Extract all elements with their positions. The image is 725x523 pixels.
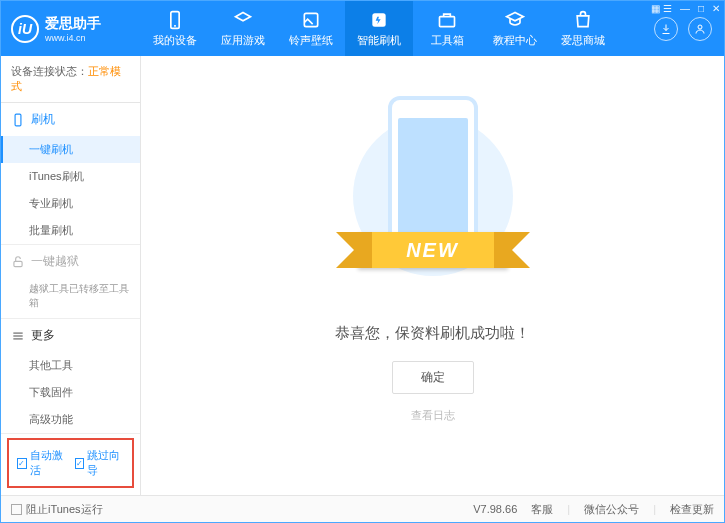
- service-link[interactable]: 客服: [531, 502, 553, 517]
- section-flash-header[interactable]: 刷机: [1, 103, 140, 136]
- section-jailbreak: 一键越狱 越狱工具已转移至工具箱: [1, 245, 140, 319]
- view-log-link[interactable]: 查看日志: [411, 408, 455, 423]
- new-ribbon: NEW: [358, 232, 508, 268]
- svg-rect-7: [14, 261, 22, 266]
- svg-rect-4: [440, 16, 455, 26]
- logo: iU 爱思助手 www.i4.cn: [1, 15, 141, 43]
- checkbox-block-itunes[interactable]: 阻止iTunes运行: [11, 502, 103, 517]
- maximize-icon[interactable]: □: [698, 3, 704, 14]
- download-icon: [660, 23, 672, 35]
- connection-status: 设备连接状态：正常模式: [1, 56, 140, 103]
- sidebar: 设备连接状态：正常模式 刷机 一键刷机 iTunes刷机 专业刷机 批量刷机 一…: [1, 56, 141, 496]
- checkbox-auto-activate[interactable]: ✓自动激活: [17, 448, 67, 478]
- phone-icon: [165, 10, 185, 30]
- download-button[interactable]: [654, 17, 678, 41]
- lock-icon: [11, 255, 25, 269]
- update-link[interactable]: 检查更新: [670, 502, 714, 517]
- app-icon: [233, 10, 253, 30]
- wechat-link[interactable]: 微信公众号: [584, 502, 639, 517]
- logo-icon: iU: [11, 15, 39, 43]
- user-button[interactable]: [688, 17, 712, 41]
- success-illustration: NEW: [343, 86, 523, 306]
- nav-store[interactable]: 爱思商城: [549, 1, 617, 56]
- nav-tutorials[interactable]: 教程中心: [481, 1, 549, 56]
- nav-flash[interactable]: 智能刷机: [345, 1, 413, 56]
- nav-toolbox[interactable]: 工具箱: [413, 1, 481, 56]
- header-right: [654, 17, 724, 41]
- tutorial-icon: [505, 10, 525, 30]
- sidebar-item-advanced[interactable]: 高级功能: [1, 406, 140, 433]
- success-message: 恭喜您，保资料刷机成功啦！: [335, 324, 530, 343]
- phone-icon: [11, 113, 25, 127]
- store-icon: [573, 10, 593, 30]
- nav-ringtones[interactable]: 铃声壁纸: [277, 1, 345, 56]
- app-header: ▦ ☰ — □ ✕ iU 爱思助手 www.i4.cn 我的设备 应用游戏 铃声…: [1, 1, 724, 56]
- section-jailbreak-header[interactable]: 一键越狱: [1, 245, 140, 278]
- sidebar-item-other[interactable]: 其他工具: [1, 352, 140, 379]
- main-area: 设备连接状态：正常模式 刷机 一键刷机 iTunes刷机 专业刷机 批量刷机 一…: [1, 56, 724, 496]
- user-icon: [694, 23, 706, 35]
- ok-button[interactable]: 确定: [392, 361, 474, 394]
- wallpaper-icon: [301, 10, 321, 30]
- footer-right: V7.98.66 客服| 微信公众号| 检查更新: [473, 502, 714, 517]
- sidebar-item-batch[interactable]: 批量刷机: [1, 217, 140, 244]
- minimize-icon[interactable]: —: [680, 3, 690, 14]
- content: NEW 恭喜您，保资料刷机成功啦！ 确定 查看日志: [141, 56, 724, 496]
- window-controls: ▦ ☰ — □ ✕: [651, 3, 720, 14]
- app-name: 爱思助手: [45, 15, 101, 33]
- section-more-header[interactable]: 更多: [1, 319, 140, 352]
- sidebar-item-firmware[interactable]: 下载固件: [1, 379, 140, 406]
- options-highlighted: ✓自动激活 ✓跳过向导: [7, 438, 134, 488]
- svg-rect-6: [15, 114, 21, 126]
- footer: 阻止iTunes运行 V7.98.66 客服| 微信公众号| 检查更新: [1, 495, 724, 522]
- close-icon[interactable]: ✕: [712, 3, 720, 14]
- svg-point-5: [698, 25, 702, 29]
- section-more: 更多 其他工具 下载固件 高级功能: [1, 319, 140, 434]
- sidebar-item-oneclick[interactable]: 一键刷机: [1, 136, 140, 163]
- toolbox-icon: [437, 10, 457, 30]
- flash-icon: [369, 10, 389, 30]
- checkbox-skip-guide[interactable]: ✓跳过向导: [75, 448, 125, 478]
- nav-my-device[interactable]: 我的设备: [141, 1, 209, 56]
- nav-apps[interactable]: 应用游戏: [209, 1, 277, 56]
- main-nav: 我的设备 应用游戏 铃声壁纸 智能刷机 工具箱 教程中心 爱思商城: [141, 1, 654, 56]
- version-label: V7.98.66: [473, 503, 517, 515]
- section-flash: 刷机 一键刷机 iTunes刷机 专业刷机 批量刷机: [1, 103, 140, 245]
- sidebar-item-pro[interactable]: 专业刷机: [1, 190, 140, 217]
- menu-icon[interactable]: ▦ ☰: [651, 3, 672, 14]
- app-url: www.i4.cn: [45, 33, 101, 43]
- sidebar-item-itunes[interactable]: iTunes刷机: [1, 163, 140, 190]
- list-icon: [11, 329, 25, 343]
- jailbreak-note: 越狱工具已转移至工具箱: [1, 278, 140, 318]
